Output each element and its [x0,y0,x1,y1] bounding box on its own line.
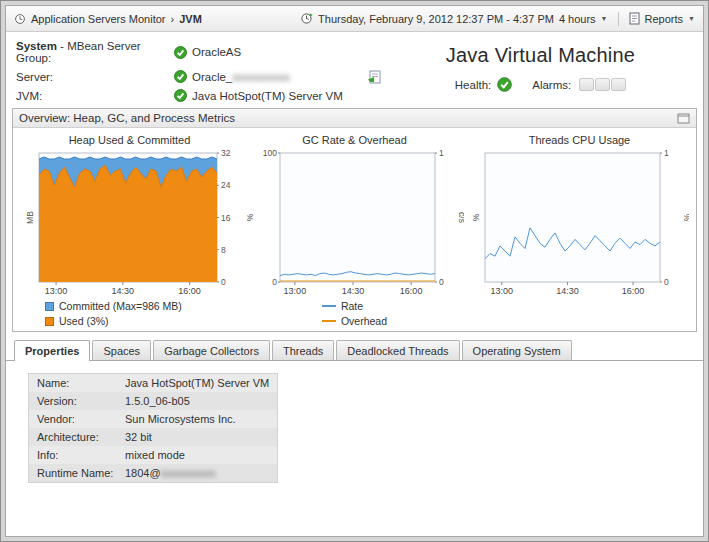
jvm-value-row: Java HotSpot(TM) Server VM [174,89,388,102]
svg-text:14:30: 14:30 [341,286,364,296]
title-block: Java Virtual Machine Health: Alarms: [388,40,693,102]
legend-item: Committed (Max=986 MB) [45,300,182,312]
svg-text:MB: MB [25,211,35,224]
identity-grid: System - MBean Server Group: OracleAS Se… [16,40,388,102]
legend-label: Overhead [341,315,387,327]
health-ok-icon [497,77,512,92]
server-label: Server: [16,71,174,83]
svg-text:14:30: 14:30 [111,286,134,296]
system-label: System - MBean Server Group: [16,40,174,64]
time-range-text[interactable]: Thursday, February 9, 2012 12:37 PM - 4:… [318,13,554,25]
breadcrumb: Application Servers Monitor › JVM [14,13,202,25]
breadcrumb-separator: › [171,13,175,25]
svg-text:16: 16 [221,213,231,223]
legend-swatch [45,317,54,326]
main-window: Application Servers Monitor › JVM Thursd… [5,5,704,537]
explore-icon[interactable] [367,69,383,84]
alarm-badge[interactable] [595,78,610,91]
tab-operating-system[interactable]: Operating System [462,340,572,360]
svg-text:%: % [246,213,255,221]
threads-cpu-chart[interactable]: 10%%13:0014:3016:00 [471,147,689,297]
legend-swatch [322,320,336,322]
svg-text:c/s: c/s [457,212,464,223]
alarm-badge[interactable] [611,78,626,91]
server-value-row: Oracle_xxxxxxxxxx [174,69,388,84]
tabs-section: Properties Spaces Garbage Collectors Thr… [6,340,703,536]
charts-row: Heap Used & Committed 32241680MB13:0014:… [13,128,696,331]
time-duration[interactable]: 4 hours [559,13,596,25]
breadcrumb-root[interactable]: Application Servers Monitor [31,13,166,25]
tab-deadlocked-threads[interactable]: Deadlocked Threads [336,340,459,360]
status-ok-icon [174,89,187,102]
divider [618,12,619,26]
legend-swatch [322,305,336,307]
overview-title: Overview: Heap, GC, and Process Metrics [19,112,235,124]
legend-label: Committed (Max=986 MB) [59,300,182,312]
table-row: Runtime Name: 1804@xxxxxxxxxx [29,464,277,482]
svg-text:16:00: 16:00 [621,286,644,296]
svg-text:0: 0 [272,277,277,287]
status-ok-icon [174,70,187,83]
svg-text:%: % [471,213,481,221]
health-label: Health: [455,79,491,91]
table-row: Info: mixed mode [29,446,277,464]
breadcrumb-current: JVM [179,13,202,25]
legend-item: Used (3%) [45,315,182,327]
alarms-label: Alarms: [532,79,571,91]
page-title: Java Virtual Machine [446,44,635,67]
health-row: Health: Alarms: [455,77,626,92]
legend-item: Rate [322,300,387,312]
alarm-badges [579,78,626,91]
chevron-down-icon[interactable]: ▼ [601,15,608,22]
gc-chart-block: GC Rate & Overhead 100010%c/s13:0014:301… [242,134,467,327]
topbar-controls: Thursday, February 9, 2012 12:37 PM - 4:… [300,12,695,26]
panel-action-icon[interactable] [677,113,690,124]
alarm-badge[interactable] [579,78,594,91]
tab-garbage-collectors[interactable]: Garbage Collectors [153,340,270,360]
table-row: Name: Java HotSpot(TM) Server VM [29,374,277,392]
svg-text:13:00: 13:00 [44,286,67,296]
properties-table: Name: Java HotSpot(TM) Server VM Version… [28,373,278,483]
gc-chart-legend: Rate Overhead [322,300,387,327]
gc-rate-overhead-chart[interactable]: 100010%c/s13:0014:3016:00 [246,147,464,297]
heap-used-committed-chart[interactable]: 32241680MB13:0014:3016:00 [25,147,235,297]
svg-text:32: 32 [221,148,231,158]
svg-text:14:30: 14:30 [556,286,579,296]
top-bar: Application Servers Monitor › JVM Thursd… [6,6,703,32]
overview-header: Overview: Heap, GC, and Process Metrics [13,109,696,128]
svg-text:0: 0 [221,277,226,287]
chart-title: Heap Used & Committed [69,134,191,146]
tab-spaces[interactable]: Spaces [92,340,151,360]
chevron-down-icon[interactable]: ▼ [688,15,695,22]
identity-header: System - MBean Server Group: OracleAS Se… [6,32,703,106]
table-row: Vendor: Sun Microsystems Inc. [29,410,277,428]
svg-text:16:00: 16:00 [399,286,422,296]
chart-title: GC Rate & Overhead [302,134,407,146]
svg-text:16:00: 16:00 [178,286,201,296]
system-value: OracleAS [192,46,241,58]
chart-title: Threads CPU Usage [529,134,631,146]
table-row: Version: 1.5.0_06-b05 [29,392,277,410]
status-ok-icon [174,46,187,59]
svg-text:1: 1 [664,148,669,158]
redacted-text: xxxxxxxxxx [161,467,216,479]
svg-text:%: % [682,214,689,222]
dashboard-icon [14,13,26,25]
reports-menu[interactable]: Reports [645,13,684,25]
svg-text:13:00: 13:00 [490,286,513,296]
system-value-row: OracleAS [174,46,388,59]
legend-item: Overhead [322,315,387,327]
table-row: Architecture: 32 bit [29,428,277,446]
heap-chart-legend: Committed (Max=986 MB) Used (3%) [45,300,182,327]
jvm-label: JVM: [16,90,174,102]
svg-text:0: 0 [664,277,669,287]
app-window: Application Servers Monitor › JVM Thursd… [0,0,709,542]
tab-threads[interactable]: Threads [272,340,334,360]
svg-text:0: 0 [439,277,444,287]
legend-swatch [45,302,54,311]
tab-content: Name: Java HotSpot(TM) Server VM Version… [6,361,703,536]
reports-icon [629,12,640,25]
tab-properties[interactable]: Properties [14,340,90,361]
tab-bar: Properties Spaces Garbage Collectors Thr… [6,340,703,361]
svg-text:1: 1 [439,148,444,158]
